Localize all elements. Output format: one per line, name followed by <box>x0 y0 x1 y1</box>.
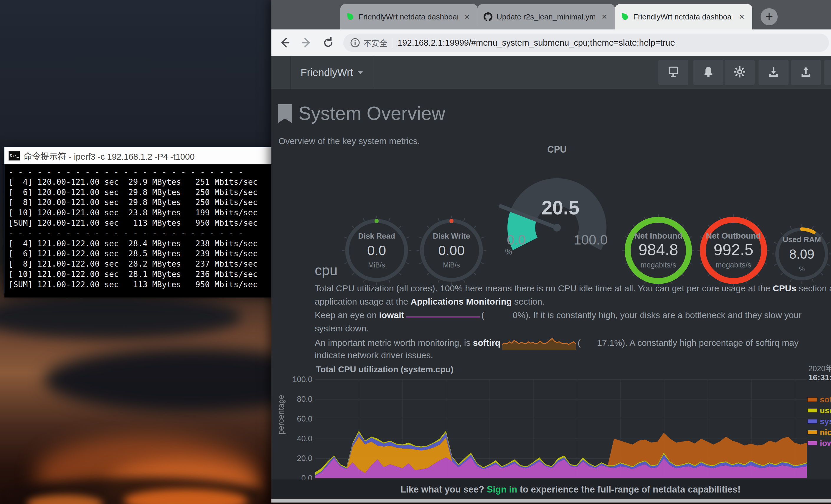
signin-link[interactable]: Sign in <box>487 484 517 495</box>
tab-close-icon[interactable]: × <box>599 11 610 22</box>
legend-item-softirq[interactable]: softirq <box>808 394 831 405</box>
svg-text:MiB/s: MiB/s <box>443 261 460 269</box>
svg-text:100.0: 100.0 <box>574 232 608 247</box>
import-download-icon <box>767 66 780 79</box>
text: ( <box>482 310 484 320</box>
legend-label: user <box>820 406 831 415</box>
terminal-titlebar[interactable]: C:\_ 命令提示符 - iperf3 -c 192.168.1.2 -P4 -… <box>4 147 284 165</box>
svg-text:Net Inbound: Net Inbound <box>634 231 682 240</box>
tab-title: FriendlyWrt netdata dashboard <box>633 12 732 22</box>
text: Keep an eye on <box>315 310 379 320</box>
chart-legend: softirqusersystemniceiowait <box>808 394 831 449</box>
back-button[interactable] <box>276 34 293 51</box>
tab-3[interactable]: FriendlyWrt netdata dashboard× <box>615 4 752 29</box>
legend-swatch <box>808 398 817 402</box>
text: softirq <box>473 338 500 348</box>
text: section. <box>512 297 545 306</box>
signin-banner: Like what you see? Sign in to experience… <box>271 479 831 499</box>
netdata-page: FriendlyWrt System Overview Overview of … <box>271 56 831 499</box>
reload-button[interactable] <box>320 34 337 51</box>
cpu-description-line: Total CPU utilization (all cores). 100% … <box>315 284 831 297</box>
y-tick-label: 60.0 <box>288 414 312 423</box>
chart-title: Total CPU utilization (system.cpu) <box>316 365 454 375</box>
gauge-disk-write[interactable]: Disk Write0.00MiB/s <box>414 213 488 287</box>
text: system down. <box>315 323 369 333</box>
cpu-description-line: An important metric worth monitoring, is… <box>315 337 799 350</box>
legend-item-system[interactable]: system <box>808 416 831 427</box>
svg-text:0.00: 0.00 <box>438 243 465 258</box>
url-text[interactable]: 192.168.2.1:19999/#menu_system_submenu_c… <box>398 38 675 48</box>
alarms-bell-icon <box>702 66 715 79</box>
github-icon <box>483 12 493 22</box>
svg-text:%: % <box>799 265 805 272</box>
node-name: FriendlyWrt <box>300 66 353 78</box>
tab-close-icon[interactable]: × <box>737 11 747 22</box>
text: An important metric worth monitoring, is <box>315 338 473 348</box>
tab-title: Update r2s_lean_minimal.yml · k <box>496 12 595 22</box>
print-button[interactable] <box>824 60 831 85</box>
legend-swatch <box>808 409 817 412</box>
gauge-disk-read[interactable]: Disk Read0.0MiB/s <box>340 213 413 287</box>
legend-swatch <box>808 431 817 434</box>
inline-link[interactable]: CPUs <box>773 284 796 293</box>
y-tick-label: 20.0 <box>288 454 312 463</box>
svg-text:Disk Write: Disk Write <box>433 232 470 240</box>
cmd-icon: C:\_ <box>8 151 20 160</box>
cpu-gauge-title: CPU <box>498 144 616 155</box>
alarms-bell-button[interactable] <box>693 60 723 85</box>
iowait-sparkline[interactable] <box>406 314 480 318</box>
cpu-description-line: indicate network driver issues. <box>315 350 433 363</box>
svg-text:Net Outbound: Net Outbound <box>706 231 761 240</box>
legend-item-iowait[interactable]: iowait <box>808 438 831 449</box>
terminal-body[interactable]: - - - - - - - - - - - - - - - - - - - - … <box>4 165 284 297</box>
forward-button[interactable] <box>298 34 315 51</box>
legend-label: softirq <box>820 395 831 405</box>
cpu-utilization-chart[interactable] <box>315 379 807 479</box>
legend-label: system <box>820 417 831 426</box>
cpu-description-line: application usage at the Applications Mo… <box>315 297 545 310</box>
address-bar[interactable]: 不安全 192.168.2.1:19999/#menu_system_subme… <box>343 34 829 52</box>
text: Total CPU utilization (all cores). 100% … <box>315 284 773 293</box>
terminal-window[interactable]: C:\_ 命令提示符 - iperf3 -c 192.168.1.2 -P4 -… <box>4 147 284 293</box>
cpu-section-heading: cpu <box>315 262 337 278</box>
banner-text: to experience the full-range of netdata … <box>517 484 741 495</box>
new-tab-button[interactable]: + <box>761 8 778 25</box>
text: application usage at the <box>315 297 410 306</box>
legend-swatch <box>808 419 817 423</box>
node-selector-dropdown[interactable]: FriendlyWrt <box>290 56 373 89</box>
info-icon[interactable] <box>350 37 361 48</box>
gauge-net-inbound[interactable]: Net Inbound984.8megabits/s <box>621 213 696 288</box>
gauge-used-ram[interactable]: Used RAM8.09% <box>765 217 831 291</box>
netdata-logo-icon <box>620 12 630 22</box>
section-title: System Overview <box>298 102 445 124</box>
tab-close-icon[interactable]: × <box>462 11 472 22</box>
legend-item-nice[interactable]: nice <box>808 427 831 438</box>
settings-gear-button[interactable] <box>725 60 755 85</box>
section-subtitle: Overview of the key system metrics. <box>279 136 420 146</box>
text: section and per <box>796 284 831 293</box>
gauge-cpu[interactable]: 20.50.0100.0% <box>498 155 616 256</box>
legend-item-user[interactable]: user <box>808 405 831 416</box>
tab-1[interactable]: FriendlyWrt netdata dashboard× <box>340 4 478 29</box>
softirq-sparkline[interactable] <box>502 337 576 350</box>
browser-toolbar: 不安全 192.168.2.1:19999/#menu_system_subme… <box>271 29 831 56</box>
screen-button[interactable] <box>658 60 688 85</box>
export-upload-icon <box>800 66 812 79</box>
gauge-net-outbound[interactable]: Net Outbound992.5megabits/s <box>696 213 771 288</box>
browser-window: FriendlyWrt netdata dashboard×Update r2s… <box>271 0 831 503</box>
text: 17.1%). A constantly high percentage of … <box>597 338 799 348</box>
export-upload-button[interactable] <box>791 60 821 85</box>
legend-label: nice <box>820 428 831 437</box>
security-label: 不安全 <box>363 37 387 49</box>
inline-link[interactable]: Applications Monitoring <box>410 297 512 306</box>
svg-text:20.5: 20.5 <box>542 197 579 218</box>
svg-text:%: % <box>505 247 512 256</box>
chart-timestamp-date: 2020年3月20日 <box>808 362 831 373</box>
svg-text:Disk Read: Disk Read <box>358 232 395 240</box>
tab-title: FriendlyWrt netdata dashboard <box>359 12 458 22</box>
tab-2[interactable]: Update r2s_lean_minimal.yml · k× <box>478 4 615 29</box>
import-download-button[interactable] <box>758 60 789 85</box>
svg-text:0.0: 0.0 <box>367 243 386 258</box>
bookmark-icon <box>277 104 293 124</box>
y-tick-label: 100.0 <box>288 375 312 384</box>
